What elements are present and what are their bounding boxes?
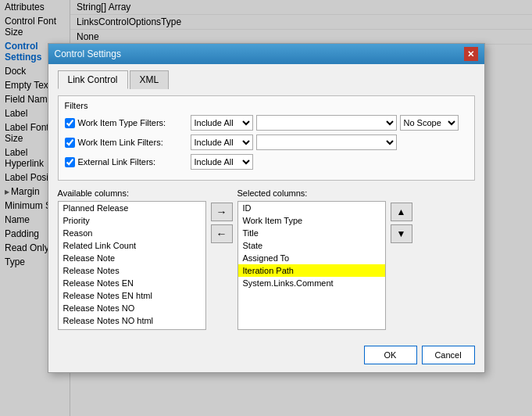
list-item[interactable]: Planned Release bbox=[59, 202, 205, 214]
tab-link-control[interactable]: Link Control bbox=[58, 70, 128, 89]
list-item[interactable]: Release Notes NO html bbox=[59, 314, 205, 327]
list-item[interactable]: State bbox=[238, 239, 385, 252]
list-item[interactable]: Release Note bbox=[59, 252, 205, 264]
selected-columns-panel: Selected columns: ID Work Item Type Titl… bbox=[237, 188, 386, 330]
work-item-link-filter-value[interactable] bbox=[256, 134, 397, 150]
available-columns-label: Available columns: bbox=[58, 188, 206, 198]
transfer-buttons: → ← bbox=[211, 188, 233, 243]
work-item-type-filter-select[interactable]: Include All Include Exclude bbox=[191, 115, 253, 131]
list-item[interactable]: Release Notes EN bbox=[59, 277, 205, 289]
work-item-type-checkbox[interactable] bbox=[65, 118, 75, 128]
work-item-link-filter-row: Work Item Link Filters: Include All Incl… bbox=[65, 134, 468, 150]
work-item-type-scope-select[interactable]: No Scope Project bbox=[400, 115, 459, 131]
list-item[interactable]: ReleaseNote bbox=[59, 327, 205, 330]
list-item[interactable]: Priority bbox=[59, 214, 205, 227]
cancel-button[interactable]: Cancel bbox=[422, 346, 475, 364]
control-settings-modal: Control Settings ✕ Link Control XML Filt… bbox=[48, 43, 485, 373]
selected-columns-label: Selected columns: bbox=[237, 188, 386, 198]
external-link-filter-row: External Link Filters: Include All Inclu… bbox=[65, 154, 468, 170]
list-item[interactable]: Related Link Count bbox=[59, 239, 205, 252]
modal-overlay: Control Settings ✕ Link Control XML Filt… bbox=[0, 0, 532, 416]
work-item-type-filter-label: Work Item Type Filters: bbox=[78, 118, 187, 127]
list-item[interactable]: Release Notes NO bbox=[59, 302, 205, 314]
tab-xml[interactable]: XML bbox=[130, 70, 170, 89]
available-columns-list[interactable]: Planned Release Priority Reason Related … bbox=[58, 201, 206, 330]
work-item-type-filter-value[interactable] bbox=[256, 115, 397, 131]
selected-columns-list[interactable]: ID Work Item Type Title State Assigned T… bbox=[237, 201, 386, 330]
work-item-link-filter-select[interactable]: Include All Include Exclude bbox=[191, 134, 253, 150]
transfer-left-button[interactable]: ← bbox=[211, 224, 233, 243]
list-item[interactable]: System.Links.Comment bbox=[238, 277, 385, 289]
order-down-button[interactable]: ▼ bbox=[391, 224, 412, 243]
list-item[interactable]: Work Item Type bbox=[238, 214, 385, 227]
transfer-right-button[interactable]: → bbox=[211, 203, 233, 221]
list-item[interactable]: Title bbox=[238, 227, 385, 239]
list-item[interactable]: Assigned To bbox=[238, 252, 385, 264]
list-item[interactable]: Release Notes EN html bbox=[59, 289, 205, 302]
list-item[interactable]: Release Notes bbox=[59, 264, 205, 277]
order-buttons: ▲ ▼ bbox=[391, 188, 412, 243]
available-columns-panel: Available columns: Planned Release Prior… bbox=[58, 188, 206, 330]
external-link-filter-label: External Link Filters: bbox=[78, 157, 187, 167]
work-item-link-filter-label: Work Item Link Filters: bbox=[78, 138, 187, 147]
list-item[interactable]: Reason bbox=[59, 227, 205, 239]
modal-body: Link Control XML Filters Work Item Type … bbox=[48, 64, 484, 339]
external-link-checkbox[interactable] bbox=[65, 157, 75, 167]
modal-title: Control Settings bbox=[55, 48, 121, 59]
list-item[interactable]: ID bbox=[238, 202, 385, 214]
modal-tabs: Link Control XML bbox=[58, 70, 475, 89]
columns-section: Available columns: Planned Release Prior… bbox=[58, 188, 475, 330]
list-item-highlighted[interactable]: Iteration Path bbox=[238, 264, 385, 277]
external-link-filter-select[interactable]: Include All Include Exclude bbox=[191, 154, 253, 170]
work-item-type-filter-row: Work Item Type Filters: Include All Incl… bbox=[65, 115, 468, 131]
ok-button[interactable]: OK bbox=[364, 346, 417, 364]
modal-titlebar: Control Settings ✕ bbox=[48, 44, 484, 64]
modal-close-button[interactable]: ✕ bbox=[464, 47, 478, 61]
filters-group: Filters Work Item Type Filters: Include … bbox=[58, 95, 475, 181]
modal-footer: OK Cancel bbox=[48, 339, 484, 372]
work-item-link-checkbox[interactable] bbox=[65, 138, 75, 148]
filters-label: Filters bbox=[65, 101, 468, 110]
order-up-button[interactable]: ▲ bbox=[391, 203, 412, 221]
